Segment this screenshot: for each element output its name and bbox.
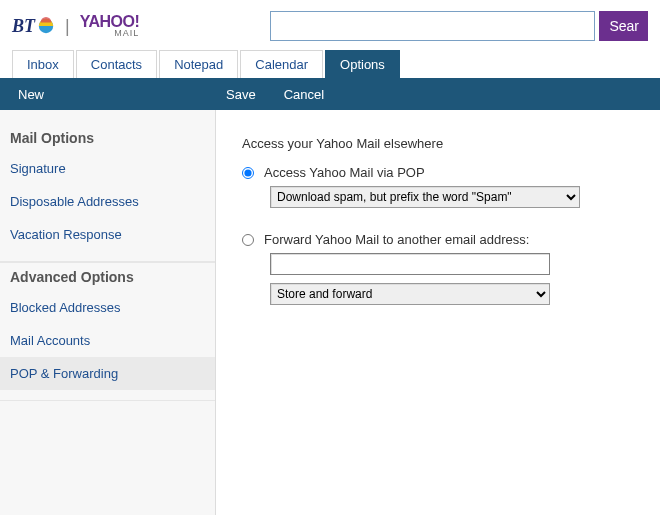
action-bar: New Save Cancel <box>0 78 660 110</box>
search-input[interactable] <box>270 11 595 41</box>
sidebar-item-disposable-addresses[interactable]: Disposable Addresses <box>0 185 215 218</box>
sidebar-header-advanced-options: Advanced Options <box>0 262 215 291</box>
sidebar-header-mail-options: Mail Options <box>0 124 215 152</box>
radio-pop[interactable] <box>242 167 254 179</box>
tab-inbox[interactable]: Inbox <box>12 50 74 78</box>
new-button[interactable]: New <box>0 78 62 110</box>
cancel-button[interactable]: Cancel <box>270 87 338 102</box>
content-heading: Access your Yahoo Mail elsewhere <box>242 136 650 151</box>
search-button[interactable]: Sear <box>599 11 648 41</box>
radio-pop-label: Access Yahoo Mail via POP <box>264 165 425 180</box>
content-pane: Access your Yahoo Mail elsewhere Access … <box>216 110 660 515</box>
yahoo-logo: YAHOO! MAIL <box>80 14 140 38</box>
radio-forward-label: Forward Yahoo Mail to another email addr… <box>264 232 529 247</box>
bt-logo: BT <box>12 16 55 37</box>
tab-contacts[interactable]: Contacts <box>76 50 157 78</box>
bt-globe-icon <box>37 17 55 35</box>
logo-block: BT | YAHOO! MAIL <box>12 14 262 38</box>
tab-options[interactable]: Options <box>325 50 400 78</box>
sidebar-item-pop-forwarding[interactable]: POP & Forwarding <box>0 357 215 390</box>
forward-email-input[interactable] <box>270 253 550 275</box>
tab-notepad[interactable]: Notepad <box>159 50 238 78</box>
radio-forward[interactable] <box>242 234 254 246</box>
tab-calendar[interactable]: Calendar <box>240 50 323 78</box>
forward-action-select[interactable]: Store and forward <box>270 283 550 305</box>
save-button[interactable]: Save <box>212 87 270 102</box>
sidebar-item-signature[interactable]: Signature <box>0 152 215 185</box>
pop-spam-select[interactable]: Download spam, but prefix the word "Spam… <box>270 186 580 208</box>
sidebar-item-blocked-addresses[interactable]: Blocked Addresses <box>0 291 215 324</box>
bt-text: BT <box>12 16 35 37</box>
sidebar-item-vacation-response[interactable]: Vacation Response <box>0 218 215 251</box>
yahoo-subtext: MAIL <box>114 29 139 38</box>
tabs-row: Inbox Contacts Notepad Calendar Options <box>0 48 660 78</box>
options-sidebar: Mail Options Signature Disposable Addres… <box>0 110 216 515</box>
logo-divider: | <box>65 16 70 37</box>
sidebar-item-mail-accounts[interactable]: Mail Accounts <box>0 324 215 357</box>
